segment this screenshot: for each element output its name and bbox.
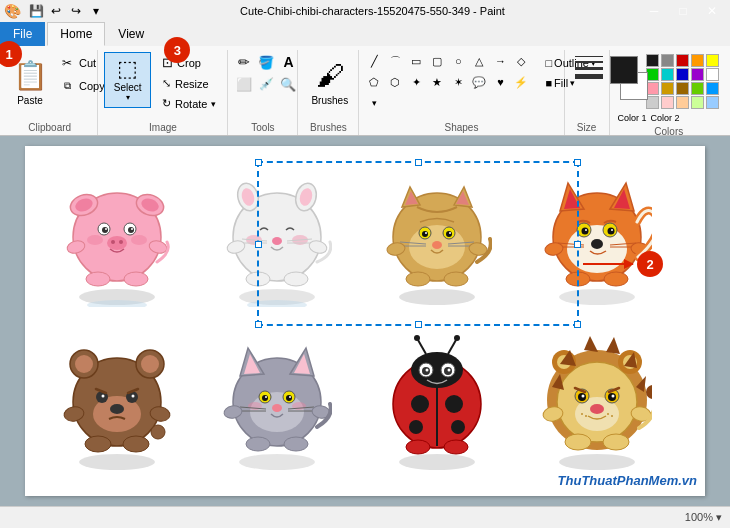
color-cyan[interactable] — [661, 68, 674, 81]
svg-point-101 — [239, 454, 315, 470]
fill-icon: ■ — [545, 77, 552, 89]
shape-pentagon[interactable]: ⬠ — [365, 73, 383, 91]
color-orange[interactable] — [691, 54, 704, 67]
shape-star6[interactable]: ✶ — [449, 73, 467, 91]
svg-point-75 — [591, 239, 603, 249]
color-gold[interactable] — [661, 82, 674, 95]
shape-rect[interactable]: ▭ — [407, 52, 425, 70]
color-pink[interactable] — [646, 82, 659, 95]
color-lightpink[interactable] — [661, 96, 674, 109]
chibi-tabby-cat — [357, 154, 517, 319]
tab-view[interactable]: View — [105, 22, 157, 46]
svg-point-136 — [426, 368, 429, 371]
svg-point-49 — [422, 231, 428, 237]
svg-point-53 — [432, 241, 442, 249]
color-red[interactable] — [676, 54, 689, 67]
brushes-button[interactable]: 🖌 Brushes — [304, 52, 355, 109]
size-5px[interactable] — [575, 74, 603, 79]
color-skyblue[interactable] — [706, 82, 719, 95]
shape-star5[interactable]: ★ — [428, 73, 446, 91]
clipboard-group: 📋 Paste ✂ Cut ⧉ Copy 1 Clipboard — [2, 50, 98, 135]
shape-rightarrow[interactable]: → — [491, 52, 509, 70]
shape-star4[interactable]: ✦ — [407, 73, 425, 91]
brushes-group: 🖌 Brushes Brushes — [298, 50, 359, 135]
shape-line[interactable]: ╱ — [365, 52, 383, 70]
color1-box[interactable] — [610, 56, 638, 84]
minimize-button[interactable]: ─ — [640, 0, 668, 22]
color-blue[interactable] — [676, 68, 689, 81]
tools-label: Tools — [232, 119, 293, 135]
save-qa-icon[interactable]: 💾 — [27, 2, 45, 20]
color-peach[interactable] — [676, 96, 689, 109]
shape-diamond[interactable]: ◇ — [512, 52, 530, 70]
paste-label: Paste — [17, 95, 43, 106]
svg-point-113 — [289, 396, 291, 398]
tab-home[interactable]: Home — [47, 22, 105, 46]
fill-tool[interactable]: 🪣 — [256, 52, 276, 72]
svg-point-89 — [141, 355, 159, 373]
app-icon: 🎨 — [4, 3, 21, 19]
text-tool[interactable]: A — [278, 52, 298, 72]
color-yellow[interactable] — [706, 54, 719, 67]
shape-heart[interactable]: ♥ — [491, 73, 509, 91]
close-button[interactable]: ✕ — [698, 0, 726, 22]
customize-qa-icon[interactable]: ▾ — [87, 2, 105, 20]
svg-point-74 — [611, 229, 613, 231]
color-brown[interactable] — [676, 82, 689, 95]
svg-point-157 — [582, 394, 585, 397]
svg-point-15 — [107, 236, 127, 250]
eraser-tool[interactable]: ⬜ — [234, 74, 254, 94]
tools-group: ✏ 🪣 A ⬜ 💉 🔍 Tools — [228, 50, 298, 135]
chibi-fox — [517, 154, 677, 319]
size-3px[interactable] — [575, 67, 603, 70]
svg-point-13 — [87, 235, 103, 245]
svg-point-18 — [86, 272, 110, 286]
shapes-label: Shapes — [363, 119, 559, 135]
color-gray[interactable] — [661, 54, 674, 67]
image-side-buttons: ⊡ Crop ⤡ Resize ↻ Rotate ▾ — [157, 52, 221, 113]
color-white[interactable] — [706, 68, 719, 81]
shape-roundrect[interactable]: ▢ — [428, 52, 446, 70]
shape-more[interactable]: ▾ — [365, 94, 383, 112]
color-lightblue[interactable] — [706, 96, 719, 109]
shape-hexagon[interactable]: ⬡ — [386, 73, 404, 91]
shape-callout[interactable]: 💬 — [470, 73, 488, 91]
color-silver[interactable] — [646, 96, 659, 109]
rotate-button[interactable]: ↻ Rotate ▾ — [157, 94, 221, 113]
rotate-icon: ↻ — [162, 97, 171, 110]
shape-triangle[interactable]: △ — [470, 52, 488, 70]
color-green[interactable] — [646, 68, 659, 81]
select-button[interactable]: ⬚ Select ▾ — [104, 52, 151, 108]
colors-group-content — [614, 50, 724, 113]
select-icon: ⬚ — [117, 58, 138, 80]
paint-canvas[interactable]: ThuThuatPhanMem.vn 2 — [25, 146, 705, 496]
svg-point-51 — [425, 232, 427, 234]
redo-qa-icon[interactable]: ↪ — [67, 2, 85, 20]
shapes-group-content: ╱ ⌒ ▭ ▢ ○ △ → ◇ ⬠ ⬡ ✦ ★ ✶ 💬 ♥ ⚡ ▾ — [363, 50, 559, 119]
svg-point-12 — [131, 228, 133, 230]
svg-point-164 — [565, 434, 591, 450]
resize-button[interactable]: ⤡ Resize — [157, 74, 221, 93]
chibi-lion — [517, 319, 677, 484]
ribbon-tabs: File Home View — [0, 22, 730, 46]
color-lime[interactable] — [691, 82, 704, 95]
shape-curve[interactable]: ⌒ — [386, 52, 404, 70]
color-lightgreen[interactable] — [691, 96, 704, 109]
undo-qa-icon[interactable]: ↩ — [47, 2, 65, 20]
svg-point-125 — [399, 454, 475, 470]
color-black[interactable] — [646, 54, 659, 67]
cut-label: Cut — [79, 57, 96, 69]
outline-icon: □ — [545, 57, 552, 69]
color-purple[interactable] — [691, 68, 704, 81]
color1-label: Color 1 — [618, 113, 647, 123]
shape-lightning[interactable]: ⚡ — [512, 73, 530, 91]
chibi-ladybug — [357, 319, 517, 484]
size-1px[interactable] — [575, 56, 603, 57]
maximize-button[interactable]: □ — [669, 0, 697, 22]
size-2px[interactable] — [575, 61, 603, 63]
shape-ellipse[interactable]: ○ — [449, 52, 467, 70]
magnifier-tool[interactable]: 🔍 — [278, 74, 298, 94]
copy-icon: ⧉ — [59, 78, 75, 94]
color-picker-tool[interactable]: 💉 — [256, 74, 276, 94]
pencil-tool[interactable]: ✏ — [234, 52, 254, 72]
